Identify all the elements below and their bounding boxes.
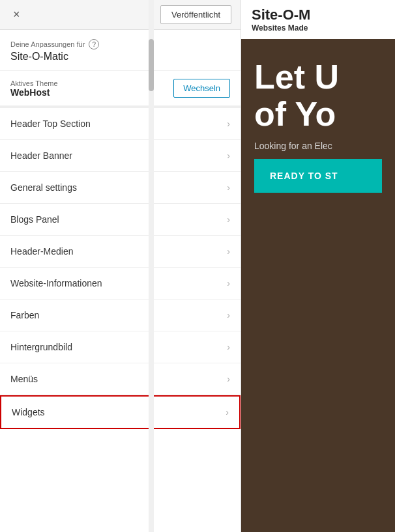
nav-item-label: Header Banner [10, 150, 72, 161]
chevron-right-icon: › [227, 374, 230, 384]
chevron-right-icon: › [227, 342, 230, 352]
chevron-right-icon: › [227, 214, 230, 225]
nav-item-label: Hintergrundbild [10, 342, 72, 352]
scrollbar-thumb[interactable] [149, 39, 154, 91]
nav-item-label: Farben [10, 310, 39, 320]
nav-item-header-medien[interactable]: Header-Medien › [0, 236, 241, 268]
nav-item-label: General settings [10, 182, 77, 193]
site-preview: Site-O-M Websites Made Let U of Yo Looki… [241, 0, 395, 532]
nav-item-blogs-panel[interactable]: Blogs Panel › [0, 204, 241, 236]
nav-item-label: Blogs Panel [10, 214, 59, 225]
nav-item-label: Header Top Section [10, 119, 91, 129]
nav-item-label: Menüs [10, 374, 38, 384]
info-prefix: Deine Anpassungen für ? [10, 39, 230, 49]
nav-item-header-top-section[interactable]: Header Top Section › [0, 108, 241, 140]
nav-item-label: Header-Medien [10, 246, 74, 257]
chevron-right-icon: › [227, 246, 230, 257]
theme-label: Aktives Theme [10, 79, 58, 87]
nav-item-website-informationen[interactable]: Website-Informationen › [0, 268, 241, 300]
chevron-right-icon: › [227, 310, 230, 320]
site-tagline-preview: Websites Made [252, 23, 385, 33]
nav-item-farben[interactable]: Farben › [0, 300, 241, 331]
nav-item-general-settings[interactable]: General settings › [0, 172, 241, 204]
theme-name: WebHost [10, 87, 58, 98]
help-icon[interactable]: ? [89, 39, 99, 49]
site-header-preview: Site-O-M Websites Made [241, 0, 395, 39]
theme-section: Aktives Theme WebHost Wechseln [0, 71, 241, 106]
hero-section-preview: Let U of Yo Looking for an Elec READY TO… [241, 39, 395, 532]
chevron-right-icon: › [227, 182, 230, 193]
nav-item-menus[interactable]: Menüs › [0, 363, 241, 395]
hero-line2: of Yo [254, 96, 382, 133]
customizer-panel: × Veröffentlicht Deine Anpassungen für ?… [0, 0, 241, 532]
close-button[interactable]: × [9, 7, 24, 23]
nav-item-label: Website-Informationen [10, 278, 102, 288]
publish-button[interactable]: Veröffentlicht [160, 5, 231, 24]
nav-item-widgets[interactable]: Widgets › [0, 395, 241, 429]
info-section: Deine Anpassungen für ? Site-O-Matic [0, 30, 241, 71]
top-bar: × Veröffentlicht [0, 0, 241, 30]
prefix-label: Deine Anpassungen für [10, 40, 85, 48]
site-name-label: Site-O-Matic [10, 51, 230, 63]
chevron-right-icon: › [227, 278, 230, 288]
nav-item-hintergrundbild[interactable]: Hintergrundbild › [0, 331, 241, 363]
scrollbar-track [149, 0, 154, 532]
chevron-right-icon: › [226, 407, 229, 417]
switch-theme-button[interactable]: Wechseln [173, 79, 230, 98]
nav-item-header-banner[interactable]: Header Banner › [0, 140, 241, 172]
chevron-right-icon: › [227, 150, 230, 161]
theme-info: Aktives Theme WebHost [10, 79, 58, 98]
cta-button-preview[interactable]: READY TO ST [254, 159, 382, 193]
customizer-nav-list: Header Top Section › Header Banner › Gen… [0, 106, 241, 532]
hero-headline-preview: Let U of Yo [254, 59, 382, 133]
hero-line1: Let U [254, 59, 382, 96]
chevron-right-icon: › [227, 119, 230, 129]
site-title-preview: Site-O-M [252, 7, 385, 23]
nav-item-label: Widgets [12, 407, 45, 417]
hero-subtext-preview: Looking for an Elec [254, 141, 382, 151]
